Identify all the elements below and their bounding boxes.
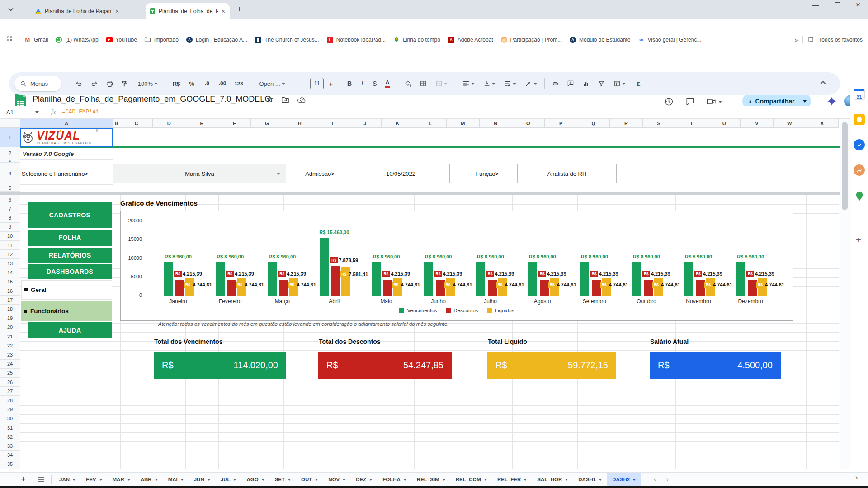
sheet-tab-menu-icon[interactable]: [127, 479, 131, 481]
font-size-input[interactable]: 11: [310, 78, 324, 89]
row-header-3[interactable]: 3: [0, 159, 20, 163]
contacts-icon[interactable]: [854, 164, 865, 176]
create-filter-button[interactable]: [594, 76, 609, 91]
collapse-toolbar-button[interactable]: [821, 80, 826, 86]
increase-font-button[interactable]: +: [326, 76, 336, 91]
column-header-A[interactable]: A: [20, 119, 113, 128]
bookmark-item[interactable]: The Church of Jesus...: [253, 34, 321, 45]
bookmark-item[interactable]: Participação | Prom...: [499, 34, 564, 45]
row-header-2[interactable]: 2: [0, 147, 20, 159]
merge-cells-button[interactable]: [431, 76, 451, 91]
column-header-S[interactable]: S: [643, 119, 675, 128]
sheet-tab-menu-icon[interactable]: [342, 479, 346, 481]
sheet-tab-menu-icon[interactable]: [315, 479, 318, 481]
row-header-12[interactable]: 12: [0, 250, 20, 259]
formula-input[interactable]: =CAD_EMP!A1: [62, 109, 99, 115]
sidebar-item-geral[interactable]: Geral: [21, 280, 112, 300]
row-header-4[interactable]: 4: [0, 163, 20, 184]
sidebar-item-funcionarios[interactable]: Funcionários: [21, 301, 112, 321]
row-header-25[interactable]: 25: [0, 369, 20, 378]
row-header-33[interactable]: 33: [0, 441, 20, 450]
next-sheets-button[interactable]: ›: [666, 475, 669, 483]
sheet-tab-mar[interactable]: MAR: [108, 473, 136, 487]
paint-format-button[interactable]: [118, 76, 132, 91]
column-header-B[interactable]: B: [113, 119, 120, 128]
sidebar-button-relatórios[interactable]: RELATÓRIOS: [28, 248, 112, 263]
row-header-28[interactable]: 28: [0, 396, 20, 405]
row-header-19[interactable]: 19: [0, 314, 20, 323]
column-header-D[interactable]: D: [153, 119, 185, 128]
close-window-button[interactable]: ×: [856, 0, 860, 9]
strikethrough-button[interactable]: S: [369, 76, 381, 91]
role-value-box[interactable]: Analista de RH: [517, 164, 617, 183]
sheet-tab-menu-icon[interactable]: [99, 479, 103, 481]
column-header-P[interactable]: P: [545, 119, 577, 128]
bookmark-item[interactable]: AAdobe Acrobat: [446, 34, 495, 45]
sheet-tab-menu-icon[interactable]: [524, 479, 527, 481]
sheet-tab-menu-icon[interactable]: [207, 479, 211, 481]
all-sheets-icon[interactable]: [38, 476, 45, 483]
row-header-32[interactable]: 32: [0, 432, 20, 441]
row-header-1[interactable]: 1: [0, 128, 20, 147]
print-button[interactable]: [102, 76, 117, 91]
column-header-C[interactable]: C: [120, 119, 153, 128]
sheet-tab-jul[interactable]: JUL: [216, 473, 242, 487]
browser-tab-inactive[interactable]: Planilha de Folha de Pagamento ×: [31, 3, 144, 19]
sheet-tab-menu-icon[interactable]: [403, 479, 407, 481]
sheet-tab-menu-icon[interactable]: [288, 479, 291, 481]
sheet-tab-dash1[interactable]: DASH1: [573, 473, 607, 487]
column-header-M[interactable]: M: [447, 119, 479, 128]
sheet-tab-out[interactable]: OUT: [296, 473, 323, 487]
keep-icon[interactable]: [854, 114, 865, 125]
sheet-tab-rel_sim[interactable]: REL_SIM: [412, 473, 451, 487]
insert-link-button[interactable]: [548, 76, 562, 91]
column-header-I[interactable]: I: [316, 119, 349, 128]
star-icon[interactable]: [266, 95, 274, 103]
tasks-icon[interactable]: [854, 139, 865, 150]
sheet-tab-dash2[interactable]: DASH2: [607, 473, 641, 487]
column-header-Q[interactable]: Q: [577, 119, 610, 128]
row-header-13[interactable]: 13: [0, 259, 20, 268]
bookmark-item[interactable]: YouTube: [104, 34, 138, 45]
sheet-tab-set[interactable]: SET: [270, 473, 296, 487]
select-all-corner[interactable]: [0, 119, 20, 128]
sheet-tab-menu-icon[interactable]: [632, 479, 636, 481]
row-header-9[interactable]: 9: [0, 223, 20, 232]
column-header-N[interactable]: N: [480, 119, 512, 128]
row-header-29[interactable]: 29: [0, 405, 20, 414]
row-header-30[interactable]: 30: [0, 414, 20, 423]
sheet-tab-menu-icon[interactable]: [72, 479, 76, 481]
tab-search-button[interactable]: [5, 4, 16, 15]
bookmark-item[interactable]: (1) WhatsApp: [54, 34, 99, 45]
row-header-24[interactable]: 24: [0, 360, 20, 369]
sidebar-button-ajuda[interactable]: AJUDA: [28, 322, 112, 338]
row-header-10[interactable]: 10: [0, 232, 20, 241]
redo-button[interactable]: [87, 76, 101, 91]
insert-chart-button[interactable]: [579, 76, 593, 91]
row-header-23[interactable]: 23: [0, 350, 20, 359]
share-dropdown-icon[interactable]: [803, 100, 807, 103]
close-tab-icon[interactable]: ×: [222, 8, 225, 14]
column-header-U[interactable]: U: [708, 119, 741, 128]
sidebar-button-dashboards[interactable]: DASHBOARDS: [28, 264, 112, 279]
all-bookmarks-label[interactable]: Todos os favoritos: [819, 37, 863, 43]
bookmark-item[interactable]: AMódulo do Estudante: [568, 34, 632, 45]
document-title[interactable]: Planilha_de_Folha_de_Pagamento_em_GOOGLE…: [33, 94, 271, 104]
sheet-tab-fev[interactable]: FEV: [81, 473, 107, 487]
text-rotation-button[interactable]: [521, 76, 541, 91]
sheet-tab-menu-icon[interactable]: [180, 479, 184, 481]
gemini-sparkle-icon[interactable]: [826, 96, 837, 107]
row-header-34[interactable]: 34: [0, 451, 20, 460]
row-header-20[interactable]: 20: [0, 323, 20, 332]
bookmark-item[interactable]: LNotebook IdeaPad...: [325, 34, 387, 45]
column-header-R[interactable]: R: [610, 119, 642, 128]
sheet-tab-menu-icon[interactable]: [369, 479, 373, 481]
column-header-F[interactable]: F: [218, 119, 251, 128]
increase-decimal-button[interactable]: .00: [215, 76, 230, 91]
browser-tab-active[interactable]: Planilha_de_Folha_de_Pagamen ×: [146, 3, 230, 19]
row-header-16[interactable]: 16: [0, 286, 20, 296]
row-header-31[interactable]: 31: [0, 423, 20, 432]
row-header-18[interactable]: 18: [0, 305, 20, 314]
column-header-K[interactable]: K: [382, 119, 414, 128]
text-color-button[interactable]: A: [382, 76, 393, 91]
